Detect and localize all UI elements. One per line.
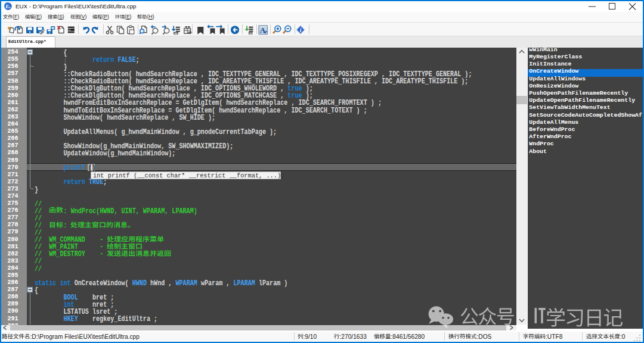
- svg-text:i: i: [300, 27, 302, 33]
- svg-text:ab: ab: [188, 30, 192, 34]
